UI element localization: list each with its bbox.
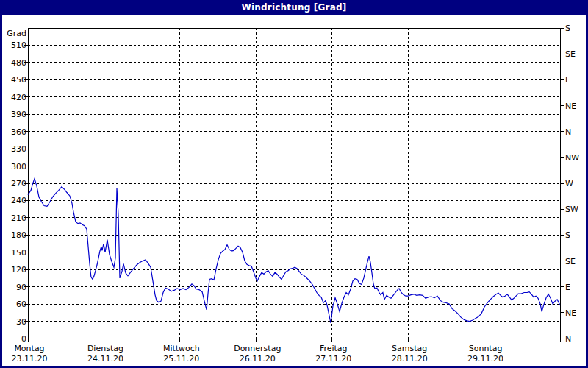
compass-axis-label: NW [565, 153, 579, 163]
window-title-bar[interactable]: Windrichtung [Grad] [0, 0, 588, 15]
y-axis-tick-label: 270 [11, 179, 26, 188]
x-axis-date-label: 28.11.20 [392, 354, 428, 364]
y-axis-tick-label: 30 [16, 317, 26, 327]
compass-axis-label: SE [565, 257, 576, 266]
compass-axis-label: S [565, 230, 570, 240]
y-axis-tick-label: 480 [11, 58, 26, 68]
x-axis-date-label: 23.11.20 [12, 354, 48, 364]
y-axis-tick-label: 390 [11, 110, 26, 119]
y-axis-tick-label: 420 [11, 93, 26, 102]
y-axis-tick-label: 360 [11, 127, 26, 137]
y-axis-tick-label: 180 [11, 230, 26, 240]
y-axis-tick-label: 120 [11, 265, 26, 275]
compass-axis-label: SW [565, 205, 578, 214]
y-axis-unit-label: Grad [7, 29, 26, 38]
x-axis-day-label: Donnerstag [234, 344, 281, 353]
y-axis-tick-label: 90 [16, 283, 26, 292]
x-axis-day-label: Mittwoch [163, 344, 200, 353]
wind-direction-chart: 0306090120150180210240270300330360390420… [0, 0, 588, 368]
window-title: Windrichtung [Grad] [242, 2, 347, 13]
x-axis-date-label: 29.11.20 [467, 354, 503, 364]
x-axis-day-label: Montag [14, 344, 44, 353]
compass-axis-label: N [565, 127, 571, 137]
x-axis-day-label: Samstag [392, 344, 427, 353]
compass-axis-label: N [565, 334, 571, 344]
compass-axis-label: NE [565, 308, 576, 318]
compass-axis-label: NE [565, 102, 576, 111]
compass-axis-label: E [565, 75, 570, 85]
y-axis-tick-label: 330 [11, 144, 26, 154]
x-axis-date-label: 27.11.20 [315, 354, 351, 364]
x-axis-day-label: Freitag [320, 344, 348, 353]
y-axis-tick-label: 240 [11, 196, 26, 205]
x-axis-date-label: 25.11.20 [163, 354, 199, 364]
x-axis-date-label: 24.11.20 [87, 354, 123, 364]
y-axis-tick-label: 510 [11, 40, 26, 50]
y-axis-tick-label: 60 [16, 300, 26, 309]
compass-axis-label: W [565, 179, 573, 188]
compass-axis-label: S [565, 24, 570, 33]
y-axis-tick-label: 300 [11, 162, 26, 171]
x-axis-day-label: Sonntag [469, 344, 503, 353]
x-axis-date-label: 26.11.20 [240, 354, 276, 364]
y-axis-tick-label: 210 [11, 213, 26, 223]
x-axis-day-label: Dienstag [87, 344, 123, 353]
compass-axis-label: E [565, 283, 570, 292]
compass-axis-label: SE [565, 49, 576, 59]
y-axis-tick-label: 0 [21, 334, 26, 344]
y-axis-tick-label: 450 [11, 75, 26, 85]
y-axis-tick-label: 150 [11, 248, 26, 258]
